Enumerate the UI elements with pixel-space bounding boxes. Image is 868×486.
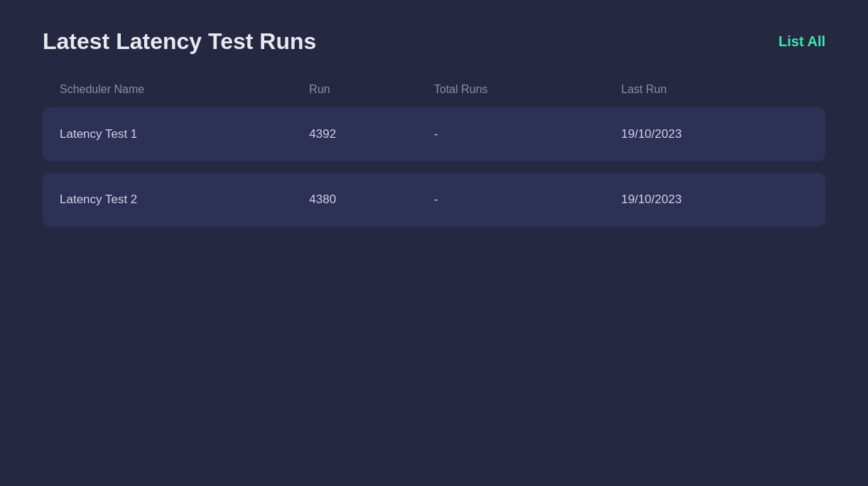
row-1-run: 4392	[309, 127, 434, 141]
row-1-last-run: 19/10/2023	[622, 127, 809, 141]
main-container: Latest Latency Test Runs List All Schedu…	[0, 0, 868, 255]
col-header-scheduler-name: Scheduler Name	[60, 83, 309, 96]
table-body: Latency Test 1 4392 - 19/10/2023 Latency…	[43, 107, 825, 227]
row-2-total-runs: -	[434, 193, 622, 207]
list-all-link[interactable]: List All	[779, 33, 825, 50]
row-2-run: 4380	[309, 193, 434, 207]
table-row[interactable]: Latency Test 2 4380 - 19/10/2023	[43, 173, 825, 227]
table-header: Scheduler Name Run Total Runs Last Run	[43, 83, 825, 107]
table-row[interactable]: Latency Test 1 4392 - 19/10/2023	[43, 107, 825, 161]
col-header-last-run: Last Run	[622, 83, 809, 96]
row-1-total-runs: -	[434, 127, 622, 141]
row-2-last-run: 19/10/2023	[622, 193, 809, 207]
page-header: Latest Latency Test Runs List All	[43, 28, 825, 55]
row-1-scheduler-name: Latency Test 1	[60, 127, 309, 141]
page-title: Latest Latency Test Runs	[43, 28, 316, 55]
col-header-total-runs: Total Runs	[434, 83, 622, 96]
col-header-run: Run	[309, 83, 434, 96]
row-2-scheduler-name: Latency Test 2	[60, 193, 309, 207]
